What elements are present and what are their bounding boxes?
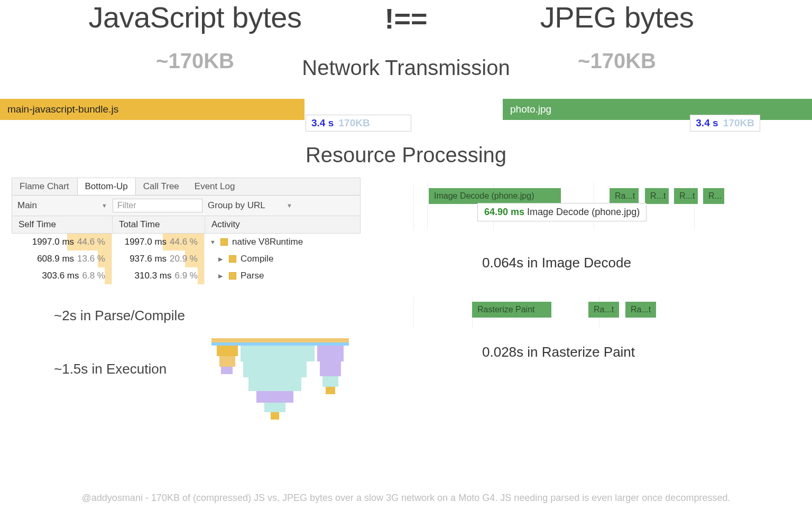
image-decode-tooltip: 64.90 ms Image Decode (phone.jpg) [477,203,647,221]
activity-cell: ▶Compile [205,250,361,267]
image-decode-timeline: Image Decode (phone.jpg) Ra...t R...t R.… [413,183,800,230]
time-cell: 1997.0 ms44.6 % [112,234,205,250]
col-self-time[interactable]: Self Time [12,216,113,233]
activity-color-icon [229,272,236,280]
svg-rect-5 [243,361,307,377]
raster-timeline: Rasterize Paint Ra...t Ra...t [413,296,800,328]
table-row[interactable]: 303.6 ms6.8 %310.3 ms6.9 %▶Parse [12,267,361,284]
col-total-time[interactable]: Total Time [113,216,205,233]
resource-title: Resource Processing [0,143,812,167]
thread-label: Main [17,200,37,211]
rasterize-paint-block: Rasterize Paint [472,302,551,318]
footnote: @addyosmani - 170KB of (compressed) JS v… [0,493,812,504]
table-row[interactable]: 1997.0 ms44.6 %1997.0 ms44.6 %▼native V8… [12,234,361,250]
raster-small-2: Ra...t [625,302,656,318]
tab-event-log[interactable]: Event Log [187,178,243,195]
tooltip-ms: 64.90 ms [484,207,524,217]
image-decode-callout: 0.064s in Image Decode [482,255,800,271]
svg-rect-1 [211,342,349,346]
photo-filename: photo.jpg [510,104,551,115]
group-label: Group by URL [208,200,265,211]
chevron-down-icon: ▼ [287,202,292,209]
time-cell: 608.9 ms13.6 % [12,250,112,267]
svg-rect-8 [248,377,301,391]
svg-rect-12 [221,367,233,374]
chevron-right-icon[interactable]: ▶ [218,256,225,263]
raster-block-2: R...t [645,188,669,204]
time-cell: 310.3 ms6.9 % [112,267,205,284]
svg-rect-9 [256,391,293,403]
activity-label: Parse [241,271,264,281]
table-row[interactable]: 608.9 ms13.6 %937.6 ms20.9 %▶Compile [12,250,361,267]
raster-block-1: Ra...t [610,188,639,204]
js-bundle-bar: main-javascript-bundle.js [0,99,304,120]
raster-small-1: Ra...t [588,302,619,318]
svg-rect-13 [322,376,338,387]
time-cell: 303.6 ms6.8 % [12,267,112,284]
activity-color-icon [229,255,236,263]
photo-badge: 3.4 s 170KB [690,115,760,132]
svg-rect-3 [241,346,315,361]
svg-rect-14 [326,387,335,394]
profiler-tabs: Flame Chart Bottom-Up Call Tree Event Lo… [12,178,361,196]
js-badge-size: 170KB [339,117,370,128]
activity-color-icon [220,238,228,246]
js-filename: main-javascript-bundle.js [7,104,118,115]
raster-callout: 0.028s in Rasterize Paint [482,344,800,360]
tooltip-text: Image Decode (phone.jpg) [527,207,640,217]
svg-rect-11 [271,412,279,420]
js-bundle-badge: 3.4 s 170KB [306,115,411,132]
chevron-down-icon[interactable]: ▼ [210,239,216,245]
tab-bottom-up[interactable]: Bottom-Up [77,178,136,195]
raster-block-4: R... [703,188,724,204]
activity-cell: ▼native V8Runtime [205,234,361,250]
time-cell: 937.6 ms20.9 % [112,250,205,267]
parse-compile-callout: ~2s in Parse/Compile [54,308,361,324]
js-title: JavaScript bytes [32,0,358,34]
svg-rect-0 [211,338,349,342]
photo-bar: photo.jpg [503,99,812,120]
filter-input[interactable]: Filter [113,199,202,212]
svg-rect-7 [219,356,235,367]
activity-label: Compile [241,254,273,264]
thread-dropdown[interactable]: Main ▼ [17,200,107,211]
group-dropdown[interactable]: Group by URL ▼ [208,200,292,211]
tab-flame-chart[interactable]: Flame Chart [12,178,77,195]
chevron-down-icon: ▼ [102,202,107,209]
tab-call-tree[interactable]: Call Tree [136,178,187,195]
svg-rect-2 [217,346,238,356]
photo-time: 3.4 s [696,117,718,128]
not-equal: !== [358,0,454,35]
photo-badge-size: 170KB [723,117,754,128]
activity-cell: ▶Parse [205,267,361,284]
flame-graph-thumbnail [211,338,349,428]
activity-label: native V8Runtime [232,237,303,247]
time-cell: 1997.0 ms44.6 % [12,234,112,250]
js-time: 3.4 s [311,117,334,128]
raster-block-3: R...t [674,188,698,204]
col-activity[interactable]: Activity [205,216,360,233]
svg-rect-6 [320,361,341,376]
svg-rect-10 [264,403,285,412]
svg-rect-4 [317,346,344,361]
jpeg-title: JPEG bytes [454,0,780,34]
chevron-right-icon[interactable]: ▶ [218,273,225,280]
image-decode-block: Image Decode (phone.jpg) [429,188,561,204]
